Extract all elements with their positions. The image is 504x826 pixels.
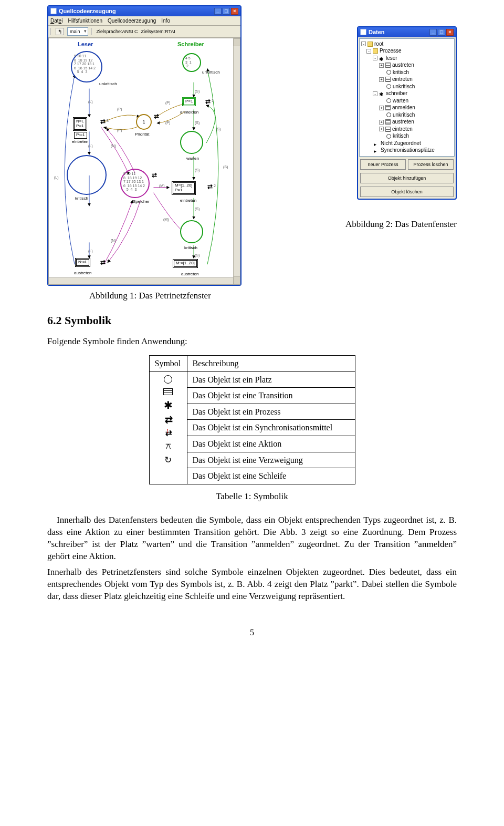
tree-item[interactable]: +austreten: [361, 61, 453, 69]
maximize-icon[interactable]: □: [223, 8, 230, 15]
desc-5: Das Objekt ist eine Verzweigung: [187, 452, 355, 468]
lbl-warten: warten: [186, 156, 199, 162]
tree-item[interactable]: -leser: [361, 55, 453, 62]
leser-eintreten-trans[interactable]: N=L P=1: [74, 118, 86, 130]
schreiber-heading: Schreiber: [177, 40, 204, 48]
objekt-hinzufuegen-button[interactable]: Objekt hinzufügen: [360, 173, 454, 183]
neuer-prozess-button[interactable]: neuer Prozess: [360, 159, 406, 170]
app-icon: [50, 8, 57, 14]
transition-icon: [163, 388, 173, 395]
petrinetz-window: Quellcodeerzeugung _ □ × Datei Hilfsfunk…: [47, 5, 242, 286]
menu-datei[interactable]: Datei: [50, 17, 62, 25]
section-intro: Folgende Symbole finden Anwendung:: [47, 336, 457, 348]
aktion-icon: ⇄!: [165, 429, 171, 437]
zielsprache-label: Zielsprache:ANSI C: [97, 28, 138, 35]
warten-place[interactable]: [180, 131, 203, 154]
prozess-loeschen-button[interactable]: Prozess löschen: [408, 159, 454, 170]
tree-item[interactable]: Synchronisationsplätze: [361, 147, 453, 154]
tree-item[interactable]: -schreiber: [361, 90, 453, 97]
close-icon[interactable]: ×: [446, 29, 454, 36]
tree-item[interactable]: +eintreten: [361, 126, 453, 133]
paragraph-2: Innerhalb des Petrinetzfensters sind sol…: [47, 566, 457, 603]
sync-icon-5: ⇄: [205, 97, 211, 106]
desc-3: Das Objekt ist ein Synchronisationsmitte…: [187, 420, 355, 436]
zielsystem-label: Zielsystem:RTAI: [141, 28, 175, 35]
symbolik-table: Symbol Beschreibung ✱ ⇄ ⇄! ⚻ ↻ Das Objek…: [149, 355, 355, 484]
platz-icon: [164, 375, 172, 384]
daten-title: Daten: [369, 28, 385, 36]
tree-item[interactable]: unkritisch: [361, 83, 453, 90]
close-icon[interactable]: ×: [231, 8, 238, 15]
paragraph-1: Innerhalb des Datenfensters bedeuten die…: [47, 514, 457, 563]
col-symbol: Symbol: [149, 356, 187, 372]
lbl-eintreten2: eintreten: [180, 198, 196, 204]
sync-icon-2: ⇄: [100, 258, 106, 266]
tree-item[interactable]: -root: [361, 40, 453, 48]
menu-bar: Datei Hilfsfunktionen Quellcodeerzeugung…: [48, 16, 240, 26]
desc-6: Das Objekt ist eine Schleife: [187, 468, 355, 484]
toolbar: ↰ main Zielsprache:ANSI C Zielsystem:RTA…: [48, 26, 240, 38]
leser-kritisch-place[interactable]: [67, 155, 107, 195]
schreiber-kritisch[interactable]: [180, 220, 203, 243]
app-icon: [360, 29, 366, 35]
desc-0: Das Objekt ist ein Platz: [187, 371, 355, 388]
verzweigung-icon: ⚻: [165, 442, 171, 451]
token-numbers2: 9 10 11 8 18 19 12 7 17 20 13 1 6 16 15 …: [123, 172, 145, 191]
prozess-icon: ✱: [164, 400, 173, 410]
lbl-austreten1: austreten: [74, 271, 91, 276]
caption-fig1: Abbildung 1: Das Petrinetzfenster: [89, 290, 457, 302]
desc-4: Das Objekt ist eine Aktion: [187, 436, 355, 452]
lbl-unkritisch2: unkritisch: [202, 70, 220, 76]
daten-titlebar[interactable]: Daten _ □ ×: [358, 27, 456, 37]
daten-tree[interactable]: -root-Prozesse-leser+austretenkritisch+e…: [359, 38, 455, 157]
lbl-kritisch1: kritisch: [75, 196, 88, 202]
window-title: Quellcodeerzeugung: [59, 7, 116, 15]
tree-item[interactable]: +eintreten: [361, 76, 453, 83]
lbl-eintreten1: eintreten: [72, 139, 88, 145]
tree-item[interactable]: kritisch: [361, 132, 453, 140]
leser-heading: Leser: [78, 40, 93, 48]
prioritaet-place[interactable]: 1: [136, 114, 152, 130]
tree-item[interactable]: Nicht Zugeordnet: [361, 140, 453, 147]
context-combo[interactable]: main: [67, 27, 88, 36]
minimize-icon[interactable]: _: [429, 29, 437, 36]
col-desc: Beschreibung: [187, 356, 355, 372]
austreten-trans2[interactable]: M:=[1..20]: [174, 260, 197, 267]
sync-icon-4: ⇄: [152, 171, 157, 179]
menu-hilfsfunktionen[interactable]: Hilfsfunktionen: [68, 17, 102, 25]
caption-tab1: Tabelle 1: Symbolik: [47, 491, 457, 503]
caption-fig2: Abbildung 2: Das Datenfenster: [251, 219, 457, 231]
horizontal-scrollbar[interactable]: [49, 277, 233, 284]
maximize-icon[interactable]: □: [438, 29, 445, 36]
tree-item[interactable]: -Prozesse: [361, 47, 453, 55]
eintreten-trans2[interactable]: M=[1..20] P=1: [173, 182, 195, 194]
petrinetz-canvas[interactable]: Leser Schreiber 9 10 11 8 18 19 12 7 17 …: [48, 38, 240, 285]
tree-item[interactable]: +austreten: [361, 118, 453, 126]
menu-info[interactable]: Info: [161, 17, 170, 25]
minimize-icon[interactable]: _: [214, 8, 222, 15]
token-numbers: 9 10 11 8 18 19 12 7 17 20 13 1 6 16 15 …: [74, 54, 96, 74]
lbl-unkritisch1: unkritisch: [99, 81, 117, 87]
tree-item[interactable]: unkritisch: [361, 111, 453, 119]
petrinetz-titlebar[interactable]: Quellcodeerzeugung _ □ ×: [48, 6, 240, 16]
page-number: 5: [47, 627, 457, 638]
tree-item[interactable]: kritisch: [361, 69, 453, 76]
lbl-austreten2: austreten: [181, 272, 198, 277]
lbl-kritisch2: kritisch: [184, 245, 197, 251]
vertical-scrollbar[interactable]: [233, 38, 240, 284]
daten-window: Daten _ □ × -root-Prozesse-leser+austret…: [357, 26, 457, 200]
leser-austreten-trans[interactable]: N:=L: [76, 259, 89, 266]
tree-item[interactable]: warten: [361, 97, 453, 105]
menu-quellcodeerzeugung[interactable]: Quellcodeerzeugung: [108, 17, 156, 25]
objekt-loeschen-button[interactable]: Objekt löschen: [360, 187, 454, 197]
sync-icon: ⇄: [165, 415, 171, 425]
leser-pv1[interactable]: P:=1: [74, 132, 87, 139]
anmelden-trans[interactable]: P=1: [183, 98, 195, 105]
sync-icon-3: ⇄: [154, 112, 159, 120]
lbl-prioritaet: Priorität: [135, 132, 150, 138]
lbl-anmelden: anmelden: [180, 110, 198, 116]
sync-icon-6: ⇄: [207, 182, 213, 191]
tree-item[interactable]: +anmelden: [361, 104, 453, 111]
up-level-button[interactable]: ↰: [56, 28, 64, 35]
desc-2: Das Objekt ist ein Prozess: [187, 404, 355, 420]
